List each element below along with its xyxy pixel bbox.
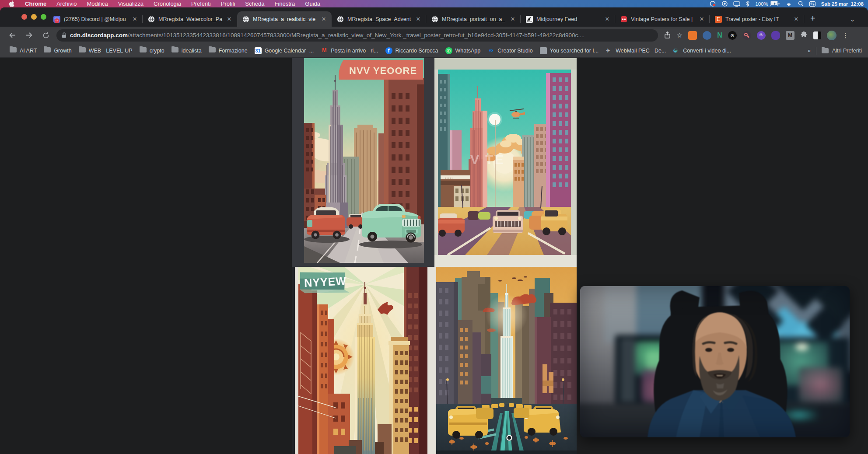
svg-text:NYYEW: NYYEW xyxy=(304,275,347,289)
svg-text:NVV YEOORE: NVV YEOORE xyxy=(349,65,417,76)
svg-text:▪ ▪ ▪ ▪ ▪: ▪ ▪ ▪ ▪ ▪ xyxy=(445,177,452,179)
svg-text:V TE: V TE xyxy=(470,152,505,167)
